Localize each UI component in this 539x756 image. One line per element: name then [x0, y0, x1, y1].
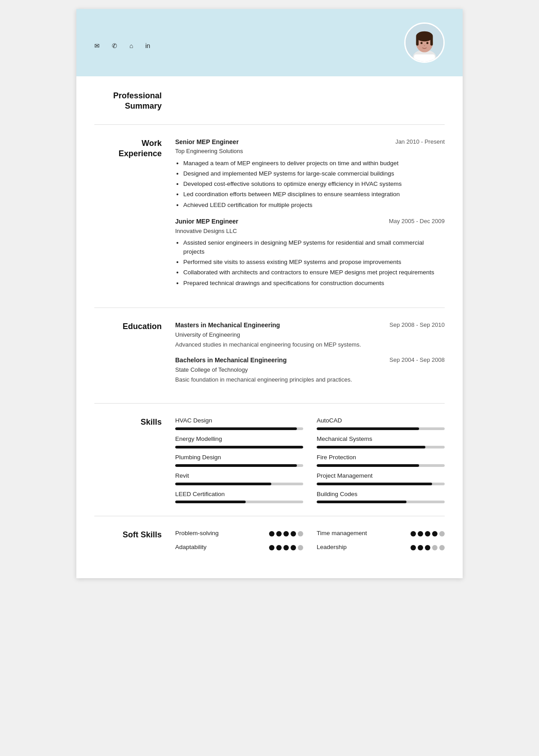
soft-skills-content: Problem-solving Time management Adaptabi… [175, 529, 445, 552]
job-2-company: Innovative Designs LLC [175, 227, 445, 236]
edu-2-degree: Bachelors in Mechanical Engineering [175, 356, 287, 365]
skill-item: Mechanical Systems [317, 435, 445, 448]
svg-point-9 [424, 45, 425, 46]
svg-point-4 [416, 31, 433, 41]
dot [298, 531, 303, 536]
dot [418, 531, 423, 536]
soft-skills-grid: Problem-solving Time management Adaptabi… [175, 529, 445, 552]
dot [276, 545, 282, 550]
job-1-bullet-1: Managed a team of MEP engineers to deliv… [183, 159, 445, 168]
avatar [404, 22, 445, 63]
skill-bar-bg [175, 464, 303, 467]
skill-name: Revit [175, 471, 303, 481]
svg-rect-10 [414, 54, 435, 62]
svg-rect-5 [416, 36, 419, 46]
job-2-date: May 2005 - Dec 2009 [389, 217, 445, 226]
dot [439, 531, 445, 536]
divider-2 [94, 308, 445, 308]
skill-name: Project Management [317, 471, 445, 481]
skill-item: HVAC Design [175, 416, 303, 430]
job-1-title: Senior MEP Engineer [175, 137, 239, 147]
soft-skill-item: Problem-solving [175, 529, 303, 538]
dot [291, 545, 296, 550]
education-section: Education Masters in Mechanical Engineer… [94, 321, 445, 391]
dot [418, 545, 423, 550]
skills-content: HVAC Design AutoCAD Energy Modelling Mec… [175, 416, 445, 504]
job-2-bullet-4: Prepared technical drawings and specific… [183, 279, 445, 288]
skills-section: Skills HVAC Design AutoCAD Energy Modell… [94, 416, 445, 504]
skill-bar-fill [317, 464, 419, 467]
dot [425, 545, 430, 550]
soft-skill-name: Adaptability [175, 543, 207, 552]
skills-label: Skills [94, 416, 175, 504]
summary-label: ProfessionalSummary [94, 90, 175, 112]
work-experience-section: WorkExperience Senior MEP Engineer Jan 2… [94, 137, 445, 295]
skill-bar-fill [317, 427, 419, 430]
summary-section: ProfessionalSummary [94, 90, 445, 112]
edu-1-date: Sep 2008 - Sep 2010 [389, 321, 445, 330]
soft-skill-item: Time management [317, 529, 445, 538]
skill-dots [269, 531, 303, 536]
soft-skill-item: Leadership [317, 543, 445, 552]
divider-4 [94, 516, 445, 516]
skill-name: Building Codes [317, 490, 445, 499]
skill-item: Plumbing Design [175, 453, 303, 467]
skill-bar-bg [317, 483, 445, 485]
skill-bar-bg [175, 501, 303, 503]
skill-bar-bg [175, 446, 303, 448]
job-1-bullet-2: Designed and implemented MEP systems for… [183, 169, 445, 178]
soft-skills-label: Soft Skills [94, 529, 175, 552]
edu-1-degree: Masters in Mechanical Engineering [175, 321, 280, 330]
skill-dots [411, 545, 445, 550]
soft-skill-name: Problem-solving [175, 529, 219, 538]
skill-item: Building Codes [317, 490, 445, 504]
location-contact: ⌂ [129, 42, 135, 49]
job-2-bullet-1: Assisted senior engineers in designing M… [183, 238, 445, 257]
edu-2-school: State College of Technology [175, 365, 445, 374]
dot [291, 531, 296, 536]
job-1-date: Jan 2010 - Present [395, 137, 445, 146]
skill-name: Fire Protection [317, 453, 445, 462]
svg-point-8 [426, 42, 429, 44]
dot [269, 545, 274, 550]
edu-1-desc: Advanced studies in mechanical engineeri… [175, 340, 445, 349]
soft-skill-name: Time management [317, 529, 367, 538]
email-contact: ✉ [94, 42, 102, 49]
soft-skills-section: Soft Skills Problem-solving Time managem… [94, 529, 445, 552]
dot [432, 545, 437, 550]
summary-content [175, 90, 445, 112]
skill-item: Project Management [317, 471, 445, 485]
skill-item: AutoCAD [317, 416, 445, 430]
skill-bar-fill [175, 446, 303, 448]
soft-skill-item: Adaptability [175, 543, 303, 552]
skill-bar-fill [175, 501, 246, 503]
linkedin-icon: in [145, 42, 150, 49]
resume-body: ProfessionalSummary WorkExperience Senio… [76, 76, 463, 578]
education-content: Masters in Mechanical Engineering Sep 20… [175, 321, 445, 391]
contact-info: ✉ ✆ ⌂ in [94, 42, 152, 49]
phone-icon: ✆ [112, 42, 117, 49]
resume-container: ✉ ✆ ⌂ in [76, 9, 463, 578]
dot [425, 531, 430, 536]
skill-bar-bg [317, 446, 445, 448]
dot [411, 531, 416, 536]
skill-item: Revit [175, 471, 303, 485]
dot [283, 545, 289, 550]
skill-name: Plumbing Design [175, 453, 303, 462]
job-1-bullet-5: Achieved LEED certification for multiple… [183, 201, 445, 210]
skill-bar-fill [175, 427, 297, 430]
edu-1-school: University of Engineering [175, 330, 445, 339]
dot [411, 545, 416, 550]
skills-grid: HVAC Design AutoCAD Energy Modelling Mec… [175, 416, 445, 504]
skill-item: Fire Protection [317, 453, 445, 467]
divider-3 [94, 403, 445, 404]
edu-2-header: Bachelors in Mechanical Engineering Sep … [175, 356, 445, 365]
job-1-bullet-4: Led coordination efforts between MEP dis… [183, 190, 445, 199]
job-1-bullet-3: Developed cost-effective solutions to op… [183, 180, 445, 189]
job-2-bullet-2: Performed site visits to assess existing… [183, 258, 445, 267]
skill-name: HVAC Design [175, 416, 303, 426]
linkedin-contact: in [145, 42, 152, 49]
dot [298, 545, 303, 550]
skill-bar-bg [317, 464, 445, 467]
skill-name: Mechanical Systems [317, 435, 445, 444]
